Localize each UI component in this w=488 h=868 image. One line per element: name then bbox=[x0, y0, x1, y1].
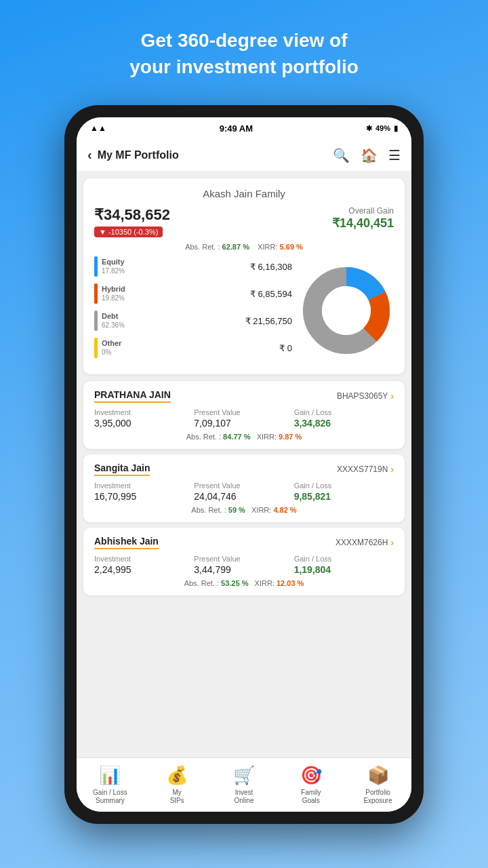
legend-label: Debt62.36% bbox=[102, 312, 125, 330]
nav-label-family: FamilyGoals bbox=[301, 789, 321, 805]
nav-item-gain-loss[interactable]: 📊 Gain / LossSummary bbox=[77, 765, 144, 805]
member-stats: Investment 2,24,995 Present Value 3,44,7… bbox=[94, 555, 394, 575]
nav-label-gain-loss: Gain / LossSummary bbox=[93, 789, 127, 805]
gain-loss-col: Gain / Loss 1,19,804 bbox=[294, 555, 394, 575]
investment-col: Investment 16,70,995 bbox=[94, 481, 194, 502]
donut-chart bbox=[299, 263, 394, 358]
investment-value: 3,95,000 bbox=[94, 418, 194, 429]
legend-color bbox=[94, 338, 98, 358]
present-value: 3,44,799 bbox=[194, 564, 293, 575]
legend-color bbox=[94, 256, 98, 277]
member-header: Sangita Jain XXXXS7719N › bbox=[94, 462, 394, 476]
portfolio-left: ₹34,58,652 ▼ -10350 (-0.3%) bbox=[94, 206, 170, 237]
member-card[interactable]: PRATHANA JAIN BHAPS3065Y › Investment 3,… bbox=[83, 381, 405, 449]
legend-value: ₹ 6,16,308 bbox=[250, 262, 292, 272]
member-card[interactable]: Sangita Jain XXXXS7719N › Investment 16,… bbox=[83, 454, 405, 522]
member-id-row[interactable]: XXXXS7719N › bbox=[337, 464, 394, 475]
investment-col: Investment 2,24,995 bbox=[94, 555, 194, 575]
portfolio-row: ₹34,58,652 ▼ -10350 (-0.3%) Overall Gain… bbox=[94, 206, 394, 237]
phone-frame: ▲▲ 9:49 AM ✱ 49% ▮ ‹ My MF Portfolio 🔍 🏠… bbox=[64, 105, 424, 824]
gain-loss-label: Gain / Loss bbox=[294, 555, 394, 563]
member-name: Abhishek Jain bbox=[94, 536, 159, 549]
wifi-icon: ▲▲ bbox=[90, 123, 106, 133]
member-id: BHAPS3065Y bbox=[337, 391, 388, 401]
investment-value: 2,24,995 bbox=[94, 564, 194, 575]
bottom-nav: 📊 Gain / LossSummary 💰 MySIPs 🛒 InvestOn… bbox=[77, 757, 411, 812]
legend-item: Equity17.82% ₹ 6,16,308 bbox=[94, 256, 292, 277]
legend-label: Other0% bbox=[102, 339, 121, 357]
status-left: ▲▲ bbox=[90, 123, 106, 133]
member-header: Abhishek Jain XXXXM7626H › bbox=[94, 536, 394, 549]
legend-label: Equity17.82% bbox=[102, 258, 125, 275]
status-right: ✱ 49% ▮ bbox=[366, 124, 398, 133]
scroll-content: Akash Jain Family ₹34,58,652 ▼ -10350 (-… bbox=[77, 172, 411, 757]
gain-loss-label: Gain / Loss bbox=[294, 481, 394, 490]
member-abs: Abs. Ret. : 84.77 % XIRR: 9.87 % bbox=[94, 433, 394, 441]
hero-line2: your investment portfolio bbox=[41, 54, 447, 80]
family-name: Akash Jain Family bbox=[94, 188, 394, 199]
nav-label-invest: InvestOnline bbox=[235, 789, 254, 805]
chart-section: Equity17.82% ₹ 6,16,308 Hybrid19.82% ₹ 6… bbox=[94, 256, 394, 365]
member-header: PRATHANA JAIN BHAPS3065Y › bbox=[94, 389, 394, 403]
portfolio-right: Overall Gain ₹14,40,451 bbox=[332, 206, 394, 231]
nav-item-portfolio[interactable]: 📦 PortfolioExposure bbox=[344, 765, 411, 805]
chart-legend: Equity17.82% ₹ 6,16,308 Hybrid19.82% ₹ 6… bbox=[94, 256, 292, 365]
chevron-icon: › bbox=[390, 391, 394, 401]
present-value-col: Present Value 3,44,799 bbox=[194, 555, 293, 575]
investment-label: Investment bbox=[94, 555, 194, 563]
xirr-label: XIRR: bbox=[258, 243, 277, 251]
overall-gain-label: Overall Gain bbox=[332, 206, 394, 216]
gain-loss-label: Gain / Loss bbox=[294, 408, 394, 416]
member-stats: Investment 16,70,995 Present Value 24,04… bbox=[94, 481, 394, 502]
legend-item: Debt62.36% ₹ 21,56,750 bbox=[94, 311, 292, 331]
total-value: ₹34,58,652 bbox=[94, 206, 170, 224]
investment-label: Investment bbox=[94, 408, 194, 416]
member-id: XXXXS7719N bbox=[337, 465, 388, 474]
home-icon[interactable]: 🏠 bbox=[361, 147, 378, 163]
chevron-icon: › bbox=[390, 464, 394, 475]
app-header: ‹ My MF Portfolio 🔍 🏠 ☰ bbox=[77, 139, 411, 172]
nav-item-my-sips[interactable]: 💰 MySIPs bbox=[144, 765, 211, 805]
nav-item-invest[interactable]: 🛒 InvestOnline bbox=[211, 765, 278, 805]
phone-screen: ▲▲ 9:49 AM ✱ 49% ▮ ‹ My MF Portfolio 🔍 🏠… bbox=[77, 117, 411, 812]
abs-ret-value: 62.87 % bbox=[222, 243, 249, 251]
nav-icon-family: 🎯 bbox=[300, 765, 322, 786]
xirr-value: 5.69 % bbox=[280, 243, 303, 251]
present-value-label: Present Value bbox=[194, 408, 293, 416]
nav-icon-portfolio: 📦 bbox=[367, 765, 389, 786]
overall-gain-value: ₹14,40,451 bbox=[332, 216, 394, 231]
back-icon[interactable]: ‹ bbox=[87, 147, 92, 163]
search-icon[interactable]: 🔍 bbox=[333, 147, 350, 163]
status-time: 9:49 AM bbox=[220, 123, 253, 134]
battery-text: 49% bbox=[375, 124, 390, 132]
bluetooth-icon: ✱ bbox=[366, 124, 372, 133]
nav-icon-gain-loss: 📊 bbox=[99, 765, 121, 786]
menu-icon[interactable]: ☰ bbox=[388, 147, 401, 163]
abs-ret-label: Abs. Ret. : bbox=[185, 243, 220, 251]
nav-item-family[interactable]: 🎯 FamilyGoals bbox=[277, 765, 344, 805]
member-id-row[interactable]: XXXXM7626H › bbox=[336, 537, 394, 548]
gain-loss-col: Gain / Loss 9,85,821 bbox=[294, 481, 394, 502]
gain-loss-col: Gain / Loss 3,34,826 bbox=[294, 408, 394, 429]
member-id-row[interactable]: BHAPS3065Y › bbox=[337, 391, 394, 401]
status-bar: ▲▲ 9:49 AM ✱ 49% ▮ bbox=[77, 117, 411, 139]
investment-value: 16,70,995 bbox=[94, 491, 194, 502]
legend-item: Hybrid19.82% ₹ 6,85,594 bbox=[94, 283, 292, 304]
legend-color bbox=[94, 311, 98, 331]
hero-line1: Get 360-degree view of bbox=[41, 27, 447, 54]
chevron-icon: › bbox=[390, 537, 394, 548]
hero-text: Get 360-degree view of your investment p… bbox=[0, 0, 488, 100]
member-card[interactable]: Abhishek Jain XXXXM7626H › Investment 2,… bbox=[83, 528, 405, 595]
nav-label-my-sips: MySIPs bbox=[170, 789, 184, 805]
present-value: 7,09,107 bbox=[194, 418, 293, 429]
member-abs: Abs. Ret. : 53.25 % XIRR: 12.03 % bbox=[94, 579, 394, 587]
gain-loss-value: 9,85,821 bbox=[294, 491, 394, 502]
present-value-label: Present Value bbox=[194, 481, 293, 490]
legend-value: ₹ 21,56,750 bbox=[245, 316, 292, 326]
present-value-col: Present Value 7,09,107 bbox=[194, 408, 293, 429]
member-id: XXXXM7626H bbox=[336, 538, 388, 547]
investment-label: Investment bbox=[94, 481, 194, 490]
nav-label-portfolio: PortfolioExposure bbox=[363, 789, 392, 805]
member-abs: Abs. Ret. : 59 % XIRR: 4.82 % bbox=[94, 506, 394, 514]
page-title: My MF Portfolio bbox=[98, 149, 179, 161]
